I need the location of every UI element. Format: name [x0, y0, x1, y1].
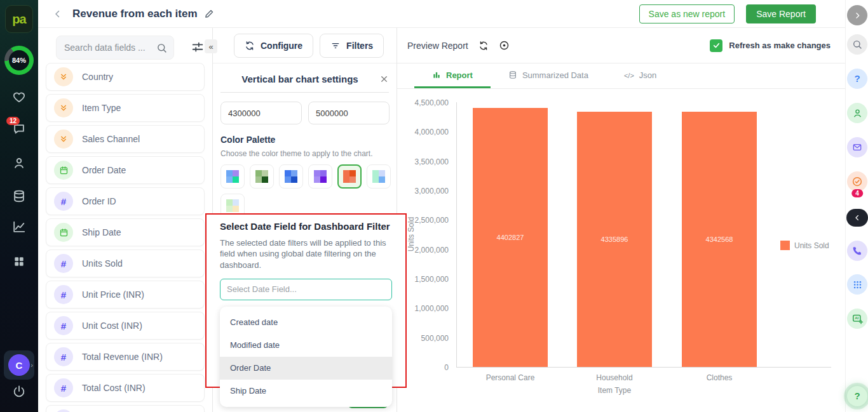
edit-title-pencil-icon[interactable]	[204, 8, 215, 19]
chevron-right-icon	[853, 11, 862, 20]
bar-chart-icon	[432, 70, 441, 79]
field-item[interactable]: Sales Channel	[46, 125, 205, 153]
tab-label: Report	[446, 70, 473, 80]
rail-search-button[interactable]	[847, 34, 867, 55]
users-nav[interactable]	[0, 156, 38, 170]
bar-value-label: 4335896	[577, 236, 652, 243]
bar-personal-care[interactable]: 4402827	[473, 108, 548, 367]
field-label: Unit Price (INR)	[82, 289, 144, 300]
rail-phone-button[interactable]	[847, 241, 867, 261]
field-item[interactable]: Order Date	[46, 156, 205, 184]
progress-ring[interactable]: 84%	[0, 46, 38, 75]
rail-check-circle-button[interactable]: 4	[847, 171, 867, 192]
app-logo[interactable]: pa	[0, 5, 38, 33]
hash-icon: #	[54, 378, 73, 397]
palette-swatch[interactable]	[250, 164, 274, 189]
date-option[interactable]: Ship Date	[220, 380, 392, 402]
chat-icon: 12	[12, 122, 26, 136]
bar-value-label: 4342568	[682, 236, 757, 243]
save-report-button[interactable]: Save Report	[746, 4, 816, 23]
max-value-input[interactable]	[308, 102, 390, 124]
chart-settings-header: Vertical bar chart settings	[220, 70, 389, 93]
refresh-icon	[245, 41, 255, 51]
palette-swatch[interactable]	[279, 164, 303, 189]
field-item[interactable]: # Unit Cost (INR)	[46, 312, 205, 340]
bar-household[interactable]: 4335896	[577, 112, 652, 367]
analytics-nav[interactable]	[0, 220, 38, 234]
field-item[interactable]: # Unit Price (INR)	[46, 281, 205, 309]
field-label: Order Date	[82, 165, 126, 175]
date-option[interactable]: Modified date	[220, 334, 392, 357]
visibility-eye-icon[interactable]	[499, 40, 510, 51]
data-nav[interactable]	[0, 189, 38, 203]
search-input[interactable]	[64, 43, 156, 53]
tab-report[interactable]: Report	[414, 63, 491, 88]
configure-label: Configure	[261, 41, 302, 51]
palette-swatch[interactable]	[220, 164, 245, 189]
rail-user-button[interactable]	[847, 103, 867, 123]
field-item[interactable]: # Total Revenue (INR)	[46, 343, 205, 371]
select-date-field-input[interactable]	[220, 279, 392, 300]
palette-options	[220, 164, 393, 218]
hash-icon: #	[54, 409, 73, 412]
favorites-nav[interactable]	[0, 90, 38, 104]
apps-grid-icon	[13, 255, 25, 268]
tab-summarized-data[interactable]: Summarized Data	[491, 63, 606, 88]
color-palette-section: Color Palette Choose the color theme to …	[220, 135, 389, 218]
chevrons-down-icon	[54, 98, 73, 117]
field-item[interactable]: # Order ID	[46, 187, 205, 215]
chevrons-down-icon	[54, 130, 73, 149]
field-item[interactable]: Country	[46, 63, 205, 91]
rail-chevron-left-button[interactable]	[846, 209, 868, 227]
rail-grid-dots-button[interactable]	[847, 274, 867, 295]
rail-question-button[interactable]: ?	[847, 69, 867, 89]
rail-ai-add-button[interactable]: AI	[847, 309, 867, 329]
palette-swatch[interactable]	[367, 164, 391, 189]
refresh-checkbox[interactable]	[710, 39, 722, 52]
field-item-partial[interactable]: #	[46, 405, 205, 412]
check-circle-icon	[851, 176, 863, 187]
field-item[interactable]: Ship Date	[46, 218, 205, 246]
field-item[interactable]: # Units Sold	[46, 249, 205, 277]
field-label: Country	[82, 72, 113, 82]
svg-text:AI: AI	[855, 316, 858, 320]
filters-button[interactable]: Filters	[320, 34, 384, 58]
configure-button[interactable]: Configure	[234, 34, 313, 58]
collapse-panel-button[interactable]: «	[205, 39, 217, 53]
tab-json[interactable]: </> Json	[606, 63, 674, 88]
tab-label: Json	[639, 70, 656, 80]
power-icon	[12, 385, 26, 399]
logout-button[interactable]	[0, 385, 38, 399]
save-as-new-report-button[interactable]: Save as new report	[639, 4, 735, 23]
search-field[interactable]	[56, 36, 174, 60]
close-icon[interactable]	[379, 74, 389, 84]
tab-label: Summarized Data	[522, 70, 588, 80]
chevron-left-icon	[853, 213, 862, 222]
hash-icon: #	[54, 254, 73, 273]
user-avatar-menu[interactable]: C ›	[0, 350, 38, 380]
palette-colors	[226, 199, 239, 212]
palette-swatch-selected[interactable]	[337, 164, 362, 189]
back-button[interactable]	[52, 8, 64, 20]
field-item[interactable]: Item Type	[46, 94, 205, 122]
y-tick-label: 4,500,000	[398, 98, 449, 107]
field-item[interactable]: # Total Cost (INR)	[46, 374, 205, 402]
progress-ring-label: 84%	[9, 50, 29, 70]
calendar-icon	[54, 223, 73, 242]
date-option[interactable]: Created date	[220, 311, 392, 334]
field-settings-sliders-icon[interactable]	[191, 41, 205, 55]
palette-swatch[interactable]	[308, 164, 332, 189]
date-option-highlighted[interactable]: Order Date	[220, 357, 392, 380]
modal-title: Select Date Field for Dashboard Filter	[220, 221, 392, 232]
refresh-preview-icon[interactable]	[478, 41, 489, 51]
apps-nav[interactable]	[0, 255, 38, 268]
messages-nav[interactable]: 12	[0, 122, 38, 136]
rail-chevron-right-button[interactable]	[847, 5, 867, 25]
rail-mail-button[interactable]	[847, 137, 867, 157]
chevron-right-icon: ›	[31, 361, 33, 369]
date-field-dropdown: Created dateModified dateOrder DateShip …	[220, 307, 392, 407]
min-value-input[interactable]	[220, 102, 302, 124]
x-axis-line	[456, 367, 831, 368]
rail-help-button[interactable]: ?	[847, 386, 867, 406]
bar-clothes[interactable]: 4342568	[682, 112, 757, 367]
